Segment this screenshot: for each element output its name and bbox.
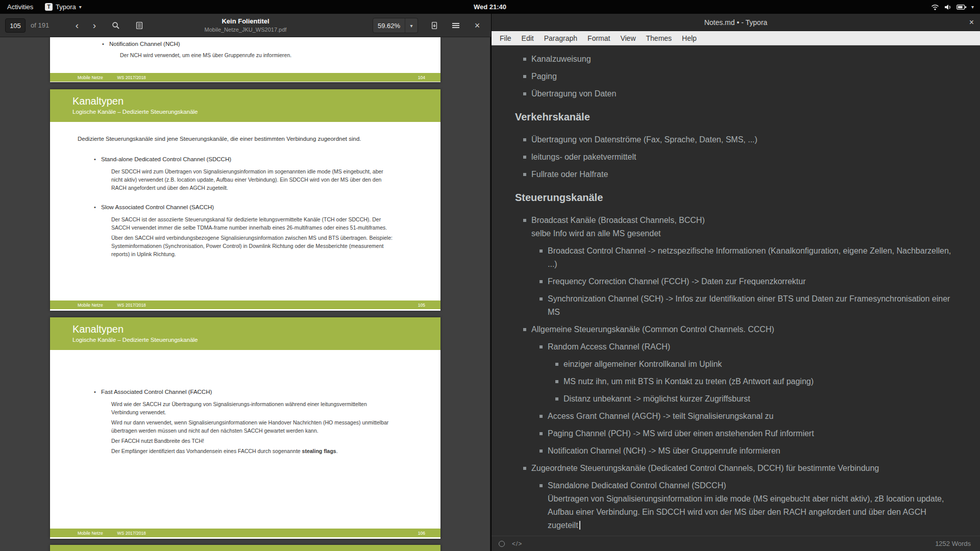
markdown-list-item[interactable]: Synchronization Channel (SCH) -> Infos z… <box>540 292 957 319</box>
pdf-toolbar: of 191 ‹ › Kein Folientitel Mobile_Netze… <box>0 14 491 37</box>
word-count[interactable]: 1252 Words <box>935 540 971 547</box>
slide-bullet-title: Fast Associated Control Channel (FACCH) <box>101 388 212 396</box>
hamburger-menu-icon <box>452 23 459 28</box>
list-item-text: Kanalzuweisung <box>531 53 957 66</box>
next-page-button[interactable]: › <box>87 18 102 33</box>
markdown-list-item[interactable]: Allgemeine Steuerungskanäle (Common Cont… <box>523 323 957 336</box>
bullet-icon <box>540 479 548 532</box>
slide-paragraph: Der Empfänger identifiziert das Vorhande… <box>111 447 395 455</box>
page-number-input[interactable] <box>5 18 26 33</box>
menu-file[interactable]: File <box>495 31 517 45</box>
slide-subtitle: Logische Kanäle – Dedizierte Steuerungsk… <box>72 109 430 115</box>
bullet-icon: • <box>94 155 101 163</box>
app-menu[interactable]: T Typora ▾ <box>45 0 82 14</box>
list-item-text: MS nutz ihn, um mit BTS in Kontakt zu tr… <box>564 375 957 388</box>
markdown-list-item[interactable]: Broadcast Kanäle (Broadcast Channels, BC… <box>523 214 957 240</box>
markdown-editor-area[interactable]: KanalzuweisungPagingÜbertragung von Date… <box>492 45 980 536</box>
slide-bullet-block: •Fast Associated Control Channel (FACCH)… <box>78 388 420 455</box>
markdown-list-item[interactable]: einziger allgemeiner Kontrollkanal im Up… <box>555 358 957 371</box>
markdown-list-item[interactable]: Zugeordnete Steuerungskanäle (Dedicated … <box>523 462 957 475</box>
menu-help[interactable]: Help <box>677 31 702 45</box>
close-button[interactable]: × <box>470 18 485 33</box>
menu-format[interactable]: Format <box>582 31 615 45</box>
markdown-list-item[interactable]: Standalone Dedicated Control Channel (SD… <box>540 479 957 532</box>
markdown-heading[interactable]: Verkehrskanäle <box>515 110 957 124</box>
slide-page-number: 105 <box>418 303 425 308</box>
menu-themes[interactable]: Themes <box>641 31 677 45</box>
list-item-text: Distanz unbekannt -> möglichst kurzer Zu… <box>564 392 957 406</box>
menu-paragraph[interactable]: Paragraph <box>539 31 582 45</box>
menu-view[interactable]: View <box>615 31 641 45</box>
list-item-text: Paging <box>531 70 957 83</box>
list-item-text: Allgemeine Steuerungskanäle (Common Cont… <box>531 323 957 336</box>
bullet-icon <box>540 427 548 440</box>
markdown-list-item[interactable]: Notification Channel (NCH) -> MS über Gr… <box>540 444 957 458</box>
bullet-icon <box>540 292 548 319</box>
typora-titlebar: Notes.md • - Typora × <box>492 14 980 31</box>
bullet-icon <box>555 392 564 406</box>
markdown-heading[interactable]: Steuerungskanäle <box>515 190 957 205</box>
list-item-text: Standalone Dedicated Control Channel (SD… <box>548 479 957 532</box>
slide-paragraph: Der SDCCH wird zum Übertragen von Signal… <box>111 167 395 192</box>
page-icon <box>430 21 438 30</box>
menu-edit[interactable]: Edit <box>517 31 539 45</box>
bullet-icon <box>555 375 564 388</box>
clock[interactable]: Wed 21:40 <box>474 0 506 14</box>
bullet-icon <box>523 462 531 475</box>
network-icon <box>931 4 939 11</box>
markdown-list-item[interactable]: MS nutz ihn, um mit BTS in Kontakt zu tr… <box>555 375 957 388</box>
activities-button[interactable]: Activities <box>7 0 33 14</box>
markdown-list-item[interactable]: Übertragung von Datenströme (Fax, Sprach… <box>523 133 957 146</box>
markdown-list-item[interactable]: Distanz unbekannt -> möglichst kurzer Zu… <box>555 392 957 406</box>
system-tray[interactable]: ▾ <box>931 0 974 14</box>
slide-body: Dedizierte Steuerungskanäle sind jene St… <box>50 122 440 258</box>
slide-bullet-block: •Stand-alone Dedicated Control Channel (… <box>78 155 420 192</box>
slide-bullet-block: •Notification Channel (NCH)Der NCH wird … <box>78 40 420 59</box>
previous-page-button[interactable]: ‹ <box>69 18 85 33</box>
markdown-list-item[interactable]: Access Grant Channel (AGCH) -> teilt Sig… <box>540 410 957 423</box>
markdown-list-item[interactable]: Paging <box>523 70 957 83</box>
bullet-icon <box>540 410 548 423</box>
bullet-icon <box>523 323 531 336</box>
bullet-icon <box>523 168 531 181</box>
markdown-list-item[interactable]: Kanalzuweisung <box>523 53 957 66</box>
slide-paragraph: Der NCH wird verwendet, um eine MS über … <box>120 51 404 59</box>
footer-term-label: WS 2017/2018 <box>117 531 146 536</box>
slide-title: Kanaltypen <box>72 323 430 335</box>
list-item-continuation: Aufbau einer Verbindung. Ein SDCCH wird … <box>548 506 957 532</box>
list-item-continuation: selbe Info wird an alle MS gesendet <box>531 227 957 240</box>
markdown-list-item[interactable]: Übertragung von Daten <box>523 87 957 101</box>
chevron-down-icon: ▾ <box>971 4 974 10</box>
pdf-slide-page <box>50 545 440 551</box>
zoom-control[interactable]: 59.62% ▾ <box>373 18 418 33</box>
pdf-slide-page: KanaltypenLogische Kanäle – Dedizierte S… <box>50 317 440 539</box>
app-menu-label: Typora <box>56 3 76 11</box>
list-item-text: Access Grant Channel (AGCH) -> teilt Sig… <box>548 410 957 423</box>
typora-menubar: File Edit Paragraph Format View Themes H… <box>492 31 980 45</box>
markdown-list-item[interactable]: Fullrate oder Halfrate <box>523 168 957 181</box>
bullet-icon <box>523 133 531 146</box>
list-item-continuation: Übertragen von Signalisierungsinformatio… <box>548 492 957 506</box>
slide-body: •Notification Channel (NCH)Der NCH wird … <box>50 37 440 59</box>
volume-icon <box>944 4 952 11</box>
markdown-list-item[interactable]: Paging Channel (PCH) -> MS wird über ein… <box>540 427 957 440</box>
bullet-icon <box>523 151 531 164</box>
document-filename: Mobile_Netze_JKU_WS2017.pdf <box>133 27 358 33</box>
page-view-mode-button[interactable] <box>427 18 442 33</box>
slide-page-number: 106 <box>418 531 425 536</box>
chevron-down-icon: ▾ <box>405 23 418 29</box>
sync-indicator-icon[interactable] <box>499 541 505 547</box>
markdown-list-item[interactable]: Broadcast Control Channel -> netzspezifi… <box>540 244 957 271</box>
search-button[interactable] <box>108 18 124 33</box>
slide-intro-text: Dedizierte Steuerungskanäle sind jene St… <box>78 134 374 144</box>
list-item-text: Notification Channel (NCH) -> MS über Gr… <box>548 444 957 458</box>
slide-bullet-title: Stand-alone Dedicated Control Channel (S… <box>101 155 231 163</box>
app-menu-button[interactable] <box>448 18 463 33</box>
close-button[interactable]: × <box>969 14 974 31</box>
bullet-icon <box>523 214 531 240</box>
markdown-list-item[interactable]: Frequency Correction Channel (FCCH) -> D… <box>540 275 957 288</box>
markdown-list-item[interactable]: Random Access Channel (RACH) <box>540 340 957 354</box>
source-code-mode-icon[interactable]: </> <box>512 540 522 547</box>
markdown-list-item[interactable]: leitungs- oder paketvermittelt <box>523 151 957 164</box>
pdf-page-canvas[interactable]: •Notification Channel (NCH)Der NCH wird … <box>0 37 491 551</box>
